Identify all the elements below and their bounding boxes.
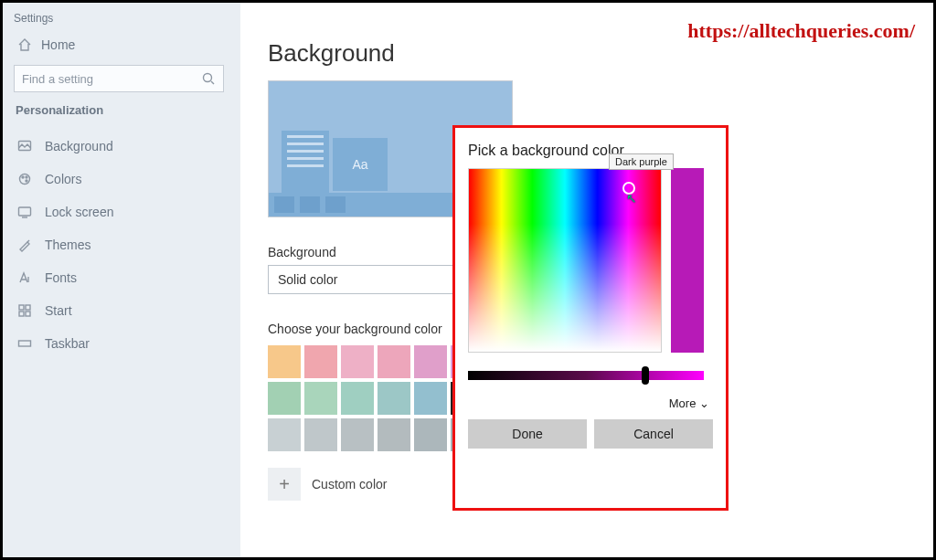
- color-swatch[interactable]: [304, 345, 337, 378]
- color-swatch[interactable]: [414, 382, 447, 415]
- preview-window-lines: [282, 131, 329, 196]
- color-swatch[interactable]: [414, 418, 447, 451]
- sidebar-section: Personalization: [16, 103, 229, 117]
- sidebar-item-fonts[interactable]: Fonts: [14, 261, 229, 294]
- nav-label: Lock screen: [45, 205, 113, 219]
- nav-label: Background: [45, 139, 113, 153]
- search-icon: [201, 71, 216, 86]
- settings-sidebar: Settings Home Personalization Background…: [3, 3, 240, 557]
- taskbar-icon: [17, 336, 32, 351]
- svg-point-2: [20, 174, 30, 185]
- nav-label: Colors: [45, 172, 81, 186]
- colors-icon: [17, 172, 32, 186]
- color-swatch[interactable]: [341, 418, 374, 451]
- start-icon: [17, 303, 32, 318]
- done-button[interactable]: Done: [468, 419, 587, 449]
- color-swatch[interactable]: [268, 345, 301, 378]
- more-toggle[interactable]: More ⌄: [468, 396, 713, 410]
- sidebar-item-start[interactable]: Start: [14, 294, 229, 327]
- color-picker-dialog: Pick a background color Dark purple ↖ Mo…: [457, 130, 724, 506]
- page-title: Background: [268, 39, 906, 68]
- home-icon: [17, 37, 32, 52]
- background-type-dropdown[interactable]: Solid color: [268, 265, 478, 294]
- lockscreen-icon: [17, 205, 32, 219]
- color-swatch[interactable]: [378, 382, 410, 415]
- custom-color-label: Custom color: [312, 477, 387, 491]
- preview-window-sample: Aa: [333, 138, 388, 191]
- color-swatch[interactable]: [304, 382, 337, 415]
- svg-point-4: [26, 176, 27, 178]
- app-title: Settings: [14, 12, 229, 25]
- color-swatch[interactable]: [304, 418, 337, 451]
- slider-thumb[interactable]: [642, 366, 649, 385]
- watermark-link[interactable]: https://alltechqueries.com/: [687, 19, 915, 43]
- cancel-button[interactable]: Cancel: [594, 419, 713, 449]
- color-swatch[interactable]: [268, 382, 301, 415]
- annotation-outline: Pick a background color Dark purple ↖ Mo…: [452, 125, 729, 511]
- color-tooltip: Dark purple: [609, 153, 674, 170]
- color-swatch[interactable]: [341, 382, 374, 415]
- sidebar-item-home[interactable]: Home: [17, 37, 229, 52]
- color-spectrum[interactable]: ↖: [468, 168, 662, 353]
- sidebar-item-themes[interactable]: Themes: [14, 228, 229, 261]
- background-type-value: Solid color: [278, 272, 337, 287]
- nav-label: Start: [45, 303, 72, 318]
- value-slider[interactable]: [468, 371, 704, 380]
- search-input[interactable]: [22, 72, 186, 86]
- fonts-icon: [17, 270, 32, 285]
- custom-color-button[interactable]: +: [268, 468, 301, 501]
- color-swatch[interactable]: [378, 345, 410, 378]
- color-swatch[interactable]: [341, 345, 374, 378]
- svg-rect-11: [19, 341, 31, 346]
- home-label: Home: [41, 37, 75, 52]
- color-swatch[interactable]: [268, 418, 301, 451]
- color-swatch[interactable]: [378, 418, 410, 451]
- nav-label: Taskbar: [45, 336, 90, 351]
- search-input-wrap[interactable]: [14, 65, 224, 92]
- svg-rect-8: [26, 305, 30, 310]
- swatch-grid: [268, 345, 484, 451]
- sidebar-item-lockscreen[interactable]: Lock screen: [14, 195, 229, 228]
- sidebar-item-background[interactable]: Background: [14, 130, 229, 163]
- nav-label: Themes: [45, 238, 91, 252]
- sidebar-item-taskbar[interactable]: Taskbar: [14, 327, 229, 360]
- themes-icon: [17, 238, 32, 252]
- cursor-pointer-icon: ↖: [626, 191, 637, 206]
- svg-point-0: [204, 74, 212, 82]
- chevron-down-icon: ⌄: [699, 396, 709, 410]
- svg-rect-6: [19, 207, 31, 216]
- svg-rect-7: [19, 305, 24, 310]
- svg-point-3: [22, 176, 24, 178]
- svg-point-5: [26, 180, 27, 182]
- more-label: More: [669, 396, 697, 410]
- svg-rect-10: [26, 312, 30, 316]
- svg-rect-9: [19, 312, 24, 316]
- sidebar-item-colors[interactable]: Colors: [14, 163, 229, 195]
- color-swatch[interactable]: [414, 345, 447, 378]
- picker-title: Pick a background color: [468, 143, 713, 159]
- current-color-swatch: [671, 168, 704, 353]
- nav-label: Fonts: [45, 270, 77, 285]
- background-icon: [17, 139, 32, 153]
